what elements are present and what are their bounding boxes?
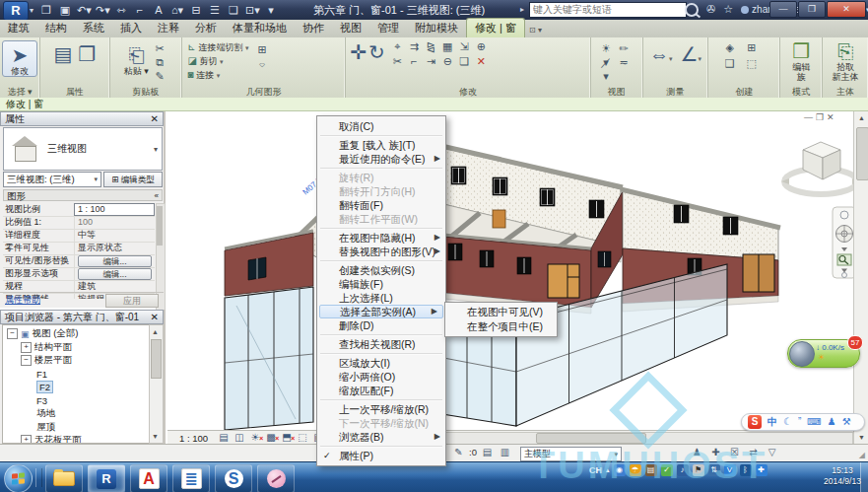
- extend-icon[interactable]: ⇥: [424, 54, 438, 68]
- drag-on-selection-icon[interactable]: ⇄: [746, 446, 761, 458]
- show-hidden-icons[interactable]: ▴: [606, 466, 610, 474]
- edit-family-button[interactable]: ❒ 编辑 族: [780, 37, 822, 82]
- panel-label-select[interactable]: 选择 ▾: [0, 86, 39, 98]
- submenu-in-entire-project[interactable]: 在整个项目中(E): [445, 319, 557, 334]
- select-links-icon[interactable]: ♟: [690, 446, 704, 458]
- tab-systems[interactable]: 系统: [75, 19, 112, 37]
- worksets-icon[interactable]: ▤: [480, 446, 495, 458]
- menu-repeat[interactable]: 重复 [载入 族](T): [317, 138, 445, 152]
- menu-previous-pan-zoom[interactable]: 上一次平移/缩放(R): [317, 402, 445, 416]
- edit-gdo-button[interactable]: 编辑...: [78, 268, 152, 280]
- menu-zoom-to-fit[interactable]: 缩放匹配(F): [317, 384, 445, 397]
- tab-structure[interactable]: 结构: [37, 19, 75, 37]
- tree-root-views[interactable]: − ▣ 视图 (全部): [7, 327, 155, 341]
- view-minimize-icon[interactable]: —: [804, 112, 813, 122]
- workset-list-icon[interactable]: ▥: [498, 446, 512, 458]
- project-browser-header[interactable]: 项目浏览器 - 第六章 门、窗-01 ✕: [0, 310, 164, 324]
- dimension-icon[interactable]: ∠▾: [680, 43, 701, 70]
- tray-icon-10[interactable]: ✚: [756, 464, 768, 476]
- taskbar-explorer-button[interactable]: [45, 464, 83, 492]
- properties-help-link[interactable]: 属性帮助: [5, 294, 40, 307]
- open-icon[interactable]: ❐: [39, 4, 53, 17]
- move-icon[interactable]: ✛: [350, 41, 367, 63]
- text-icon[interactable]: A: [152, 4, 166, 16]
- input-method-toolbar[interactable]: S 中 ☾ ” ⌨ ♟ ⚒: [741, 413, 865, 431]
- search-input[interactable]: [529, 2, 687, 18]
- submenu-visible-in-view[interactable]: 在视图中可见(V): [445, 305, 557, 319]
- expand-icon[interactable]: +: [21, 342, 32, 353]
- taskbar-clock[interactable]: 15:13 2014/9/13: [820, 465, 865, 487]
- language-indicator[interactable]: CH: [589, 465, 602, 475]
- ribbon-display-toggle-icon[interactable]: ⊡ ▾: [529, 26, 542, 37]
- design-option-select[interactable]: 主模型▾: [520, 447, 622, 461]
- scale-icon[interactable]: ⇲: [457, 39, 472, 53]
- array-icon[interactable]: ▦: [440, 39, 455, 53]
- redo-icon[interactable]: ↷▾: [96, 4, 109, 17]
- beam-handles-icon[interactable]: ⊞: [255, 42, 270, 56]
- favorites-star-icon[interactable]: ☆: [723, 3, 733, 16]
- account-icon[interactable]: ♟: [828, 414, 836, 430]
- close-properties-icon[interactable]: ✕: [151, 112, 159, 125]
- edit-type-button[interactable]: ⊞ 编辑类型: [103, 172, 163, 187]
- trim-icon[interactable]: ⌐: [407, 54, 422, 68]
- join-geometry-button[interactable]: ◙ 连接 ▾: [188, 68, 249, 82]
- prop-row-view-scale[interactable]: 视图比例 1 : 100: [3, 203, 155, 217]
- tab-addins[interactable]: 附加模块: [407, 19, 466, 37]
- measure-icon[interactable]: ⇿: [114, 4, 128, 17]
- tray-icon-7[interactable]: ⇅: [708, 464, 720, 476]
- properties-header[interactable]: 属性 ✕: [0, 111, 164, 126]
- menu-hide-in-view[interactable]: 在视图中隐藏(H)▶: [317, 231, 445, 245]
- revit-app-menu-button[interactable]: R: [3, 1, 29, 21]
- tab-annotate[interactable]: 注释: [150, 19, 187, 37]
- properties-icon[interactable]: ▤: [53, 43, 72, 65]
- paste-button[interactable]: ⎗ 粘贴 ▾: [124, 41, 149, 83]
- create-assembly-icon[interactable]: ❑: [722, 56, 737, 70]
- tab-massing-site[interactable]: 体量和场地: [225, 19, 295, 37]
- tree-item-f2-selected[interactable]: F2: [7, 381, 155, 394]
- split-icon[interactable]: ✂: [390, 54, 405, 68]
- collapse-icon[interactable]: −: [7, 328, 18, 339]
- customize-qat-icon[interactable]: ▾: [264, 4, 278, 17]
- collapse-section-icon[interactable]: «: [155, 190, 159, 200]
- expand-icon[interactable]: +: [21, 435, 32, 444]
- apply-button[interactable]: 应用: [105, 294, 159, 308]
- display-icon[interactable]: ≂: [617, 55, 632, 69]
- cut-icon[interactable]: ✂: [153, 41, 167, 55]
- modify-tool-button[interactable]: ➤ 修改: [2, 40, 37, 77]
- tray-icon-8[interactable]: V: [724, 464, 736, 476]
- soft-keyboard-icon[interactable]: ⌨: [807, 414, 821, 430]
- undo-icon[interactable]: ↶▾: [77, 4, 91, 17]
- mirror-icon[interactable]: ⧎: [424, 39, 438, 53]
- prop-row-vg-overrides[interactable]: 可见性/图形替换 编辑...: [3, 254, 155, 268]
- copy-modify-icon[interactable]: ❏: [457, 54, 472, 68]
- wall-joins-icon[interactable]: ⌔: [255, 56, 270, 70]
- select-pinned-icon[interactable]: ✚: [708, 446, 723, 458]
- tray-icon-2[interactable]: ☂: [630, 464, 641, 476]
- create-similar-icon[interactable]: ⊞: [744, 40, 759, 54]
- tab-manage[interactable]: 管理: [369, 19, 407, 37]
- notification-badge[interactable]: 57: [847, 335, 863, 350]
- prop-row-graphic-display[interactable]: 图形显示选项 编辑...: [3, 267, 155, 281]
- scroll-down-icon[interactable]: ▼: [150, 431, 161, 442]
- chinese-mode-icon[interactable]: 中: [768, 414, 777, 430]
- taskbar-wps-button[interactable]: ≣: [172, 464, 210, 492]
- linework-icon[interactable]: ／▾: [599, 55, 614, 69]
- tree-item-site[interactable]: 场地: [7, 407, 155, 421]
- tab-modify-window-active[interactable]: 修改 | 窗: [466, 18, 525, 37]
- editing-requests-icon[interactable]: ✎: [451, 446, 466, 458]
- prop-row-scale-value[interactable]: 比例值 1: 100: [3, 216, 155, 230]
- scroll-up-icon[interactable]: ▲: [856, 112, 867, 123]
- maximize-button[interactable]: ❐: [798, 1, 826, 18]
- search-icon[interactable]: [685, 3, 699, 17]
- browser-scrollbar[interactable]: ▲ ▼: [149, 324, 164, 444]
- menu-browsers[interactable]: 浏览器(B)▶: [317, 430, 445, 444]
- crop-view-icon[interactable]: ⬚: [296, 432, 309, 444]
- cut-geometry-button[interactable]: ◪ 剪切 ▾: [188, 54, 249, 68]
- family-types-icon[interactable]: ❐: [78, 43, 96, 65]
- app-menu-chevron-icon[interactable]: ▾: [30, 6, 33, 15]
- tree-node-floor-plans[interactable]: − 楼层平面: [7, 354, 155, 368]
- exclude-options-icon[interactable]: ☒: [727, 446, 742, 458]
- start-button[interactable]: [4, 464, 33, 492]
- align-icon[interactable]: ⌖: [390, 39, 405, 53]
- visual-style-icon[interactable]: ◫: [233, 432, 246, 444]
